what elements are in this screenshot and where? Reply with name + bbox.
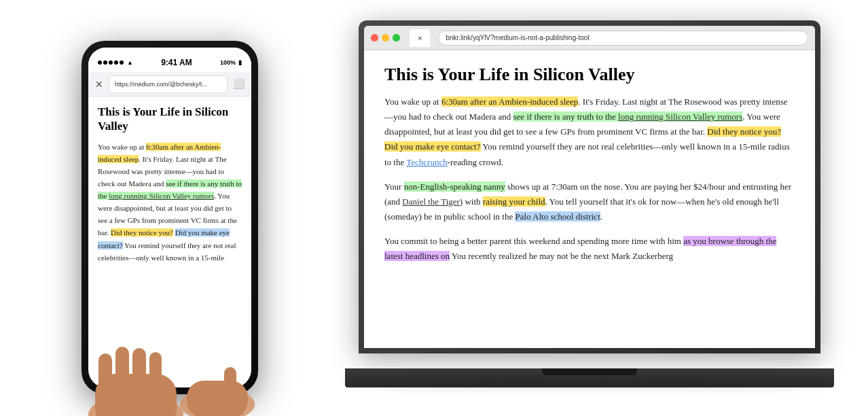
hands-illustration — [48, 299, 306, 416]
svg-rect-7 — [187, 381, 248, 416]
phone-article-paragraph: You wake up at 6:30am after an Ambien-in… — [98, 141, 242, 264]
phone-url-bar[interactable]: https://medium.com/@bchesky/t... — [109, 75, 228, 93]
laptop-body: × bnkr.link/yqYlV?medium-is-not-a-publis… — [359, 20, 820, 353]
article-paragraph-2: Your non-English-speaking nanny shows up… — [384, 179, 795, 224]
phone-article-title: This is Your Life in Silicon Valley — [98, 105, 242, 134]
phone-right-icons: 100% ▮ — [220, 59, 242, 66]
share-icon[interactable]: ⬜ — [233, 78, 245, 90]
signal-dot — [109, 60, 113, 65]
phone: ▲ 9:41 AM 100% ▮ ✕ https://medium.com/@b… — [82, 41, 272, 408]
svg-rect-2 — [98, 353, 112, 394]
traffic-lights — [371, 34, 400, 41]
close-button[interactable] — [371, 34, 378, 41]
laptop: × bnkr.link/yqYlV?medium-is-not-a-publis… — [359, 20, 827, 387]
browser-chrome: × bnkr.link/yqYlV?medium-is-not-a-publis… — [364, 26, 815, 50]
phone-time: 9:41 AM — [161, 58, 192, 67]
laptop-content: This is Your Life in Silicon Valley You … — [364, 50, 815, 348]
signal-dot — [98, 60, 102, 65]
close-icon[interactable]: ✕ — [95, 79, 103, 90]
highlight-ambien: 6:30am after an Ambien-induced sleep — [441, 97, 578, 107]
phone-article: This is Your Life in Silicon Valley You … — [88, 97, 251, 272]
signal-dot — [103, 60, 107, 65]
browser-tab[interactable]: × — [410, 29, 430, 47]
link-daniel-tiger[interactable]: Daniel the Tiger — [402, 196, 460, 207]
phone-status-bar: ▲ 9:41 AM 100% ▮ — [88, 48, 251, 72]
svg-rect-4 — [132, 348, 146, 389]
phone-url-text: https://medium.com/@bchesky/t... — [115, 81, 207, 88]
svg-rect-5 — [149, 352, 162, 389]
url-text: bnkr.link/yqYlV?medium-is-not-a-publishi… — [446, 34, 589, 41]
highlight-nanny: non-English-speaking nanny — [404, 181, 505, 192]
phone-highlight-see-if: see if there is any truth to the long ru… — [98, 179, 242, 200]
address-bar[interactable]: bnkr.link/yqYlV?medium-is-not-a-publishi… — [438, 31, 808, 46]
battery-label: 100% — [220, 59, 236, 66]
scene: × bnkr.link/yqYlV?medium-is-not-a-publis… — [0, 0, 868, 416]
signal-dots: ▲ — [98, 59, 133, 66]
highlight-did-they-notice: Did they notice you? — [707, 126, 781, 137]
browser-nav: bnkr.link/yqYlV?medium-is-not-a-publishi… — [438, 31, 808, 46]
phone-highlight-ambien: 6:30am after an Ambien-induced sleep — [98, 143, 221, 163]
article-paragraph-1: You wake up at 6:30am after an Ambien-in… — [384, 94, 795, 169]
svg-rect-3 — [115, 347, 129, 391]
wifi-icon: ▲ — [127, 59, 133, 66]
phone-link-rumors[interactable]: long running Silicon Valley rumors — [109, 192, 214, 200]
article-paragraph-3: You commit to being a better parent this… — [384, 234, 795, 264]
highlight-palo-alto: Palo Alto school district — [515, 211, 600, 222]
signal-dot — [114, 60, 118, 65]
link-techcrunch[interactable]: Techcrunch — [406, 157, 447, 167]
link-silicon-valley-rumors[interactable]: long running Silicon Valley rumors — [618, 111, 742, 122]
laptop-screen: × bnkr.link/yqYlV?medium-is-not-a-publis… — [364, 26, 815, 348]
highlight-browse-headlines: as you browse through the latest headlin… — [384, 236, 776, 261]
highlight-see-if-there: see if there is any truth to the long ru… — [513, 111, 743, 122]
phone-highlight-did-notice: Did they notice you? — [111, 228, 173, 237]
phone-browser-bar: ✕ https://medium.com/@bchesky/t... ⬜ — [88, 72, 251, 97]
maximize-button[interactable] — [393, 34, 400, 41]
laptop-shadow — [345, 377, 834, 387]
signal-dot — [120, 60, 124, 65]
battery-icon: ▮ — [238, 59, 242, 66]
laptop-notch — [542, 368, 637, 375]
highlight-eye-contact: Did you make eye contact? — [384, 141, 481, 152]
minimize-button[interactable] — [382, 34, 389, 41]
tab-label: × — [418, 34, 422, 42]
highlight-raising-child: raising your child — [483, 196, 545, 207]
svg-rect-8 — [224, 367, 236, 401]
article-title: This is Your Life in Silicon Valley — [384, 64, 795, 85]
